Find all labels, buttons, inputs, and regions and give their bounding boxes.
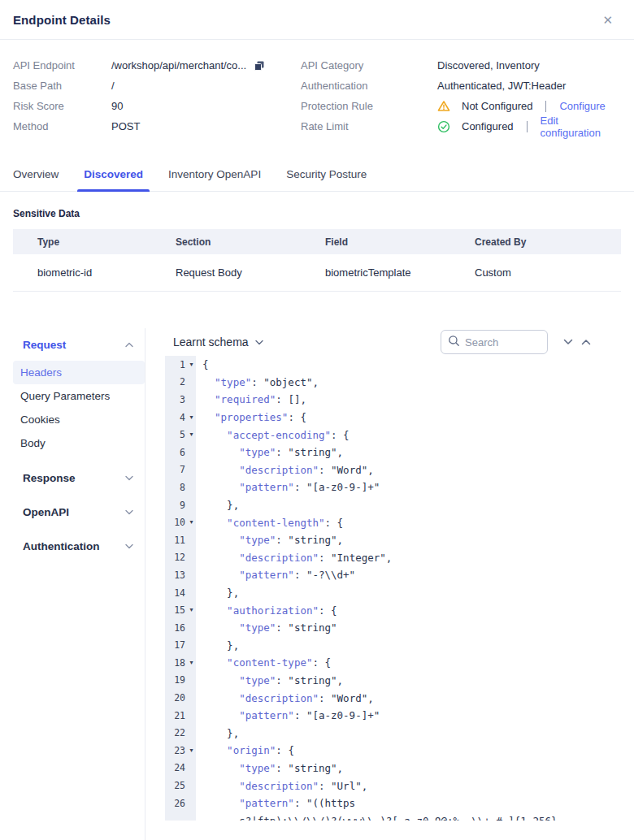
sidebar-item-body[interactable]: Body [13, 431, 145, 455]
json-token: }, [202, 587, 239, 599]
code-line: 4▾ "properties": { [165, 409, 634, 426]
schema-sidebar: RequestHeadersQuery ParametersCookiesBod… [0, 328, 145, 840]
fold-toggle-icon[interactable]: ▾ [187, 519, 196, 526]
line-number: 5 [165, 429, 187, 440]
code-line: 24 "type": "string", [165, 760, 634, 777]
code-line: 7 "description": "Word", [165, 461, 634, 479]
line-number: 10 [165, 517, 187, 528]
tab-security-posture[interactable]: Security Posture [286, 168, 367, 191]
expand-all-button[interactable] [577, 333, 595, 351]
sidebar-group-openapi[interactable]: OpenAPI [13, 500, 145, 523]
fold-toggle-icon[interactable]: ▾ [187, 414, 196, 421]
line-number: 19 [165, 674, 187, 686]
schema-explorer: RequestHeadersQuery ParametersCookiesBod… [0, 328, 634, 840]
code-line: 17 }, [165, 637, 634, 655]
detail-value-text: Discovered, Inventory [437, 59, 540, 71]
code-text: "type": "string", [196, 672, 343, 690]
detail-row-method: MethodPOST [13, 116, 301, 136]
json-token [202, 797, 239, 809]
line-number: 3 [165, 394, 187, 405]
code-line: 6 "type": "string", [165, 444, 634, 461]
divider [545, 101, 546, 112]
sidebar-group-items: HeadersQuery ParametersCookiesBody [0, 361, 145, 455]
fold-toggle-icon[interactable]: ▾ [187, 607, 196, 613]
tab-discovered[interactable]: Discovered [84, 168, 143, 191]
code-text: "pattern": "-?\\d+" [196, 566, 355, 584]
json-token: : "Word", [319, 464, 374, 476]
line-number: 21 [165, 710, 187, 721]
tab-overview[interactable]: Overview [13, 168, 59, 191]
line-number: 1 [165, 359, 187, 370]
json-token: : { [331, 429, 350, 441]
code-text: "pattern": "[a-z0-9-]+" [196, 707, 380, 725]
schema-source-select[interactable]: Learnt schema [173, 336, 263, 349]
json-token [202, 621, 239, 634]
column-header: Field [325, 236, 475, 248]
detail-row-api-endpoint: API Endpoint/workshop/api/merchant/co... [13, 55, 301, 76]
close-icon[interactable]: ✕ [602, 14, 613, 26]
json-token [202, 411, 215, 423]
code-line: 26 "pattern": "((https [165, 795, 634, 812]
detail-row-risk-score: Risk Score90 [13, 96, 301, 116]
column-header: Type [13, 236, 176, 248]
json-key: "required" [215, 393, 276, 405]
collapse-all-button[interactable] [559, 333, 577, 351]
sidebar-group-label: Request [23, 339, 66, 351]
configure-link[interactable]: Configure [559, 100, 605, 112]
copy-icon[interactable] [254, 60, 265, 71]
code-gutter: 12 [165, 549, 196, 567]
page-title: Endpoint Details [13, 13, 111, 27]
sidebar-item-query-parameters[interactable]: Query Parameters [13, 384, 145, 408]
schema-code-panel: Learnt schema [145, 328, 634, 840]
fold-toggle-icon[interactable]: ▾ [187, 747, 196, 754]
fold-toggle-icon[interactable]: ▾ [187, 431, 196, 438]
code-line: 19 "type": "string", [165, 672, 634, 690]
fold-toggle-icon[interactable]: ▾ [187, 362, 196, 368]
json-key: "type" [239, 621, 276, 634]
search-input[interactable] [465, 336, 535, 349]
detail-value-text: Authenticated, JWT:Header [437, 80, 566, 92]
fold-toggle-icon[interactable]: ▾ [187, 660, 196, 666]
line-number: 13 [165, 569, 187, 581]
line-number: 23 [165, 745, 187, 756]
sidebar-group-request[interactable]: Request [13, 333, 145, 356]
json-key: "accept-encoding" [227, 429, 331, 441]
schema-search[interactable] [441, 330, 548, 354]
sidebar-group-response[interactable]: Response [13, 466, 145, 489]
json-token: : { [312, 656, 331, 669]
detail-value: 90 [111, 100, 123, 112]
json-token [202, 692, 239, 704]
sidebar-item-cookies[interactable]: Cookies [13, 408, 145, 431]
edit-configuration-link[interactable]: Edit configuration [541, 115, 614, 139]
chevron-down-icon [125, 509, 133, 515]
code-gutter: 23▾ [165, 742, 196, 760]
json-key: "authorization" [227, 604, 319, 617]
json-token: : "((https [294, 797, 355, 809]
code-text: "type": "string", [196, 531, 343, 549]
sidebar-item-headers[interactable]: Headers [13, 361, 145, 384]
summary-right-column: API CategoryDiscovered, InventoryAuthent… [301, 55, 614, 136]
json-key: "pattern" [239, 797, 294, 809]
schema-code-viewer[interactable]: 1▾{2 "type": "object",3 "required": [],4… [165, 356, 634, 821]
code-line: 3 "required": [], [165, 391, 634, 409]
detail-label: Risk Score [13, 100, 111, 112]
sensitive-data-section: Sensitive Data TypeSectionFieldCreated B… [0, 192, 634, 292]
detail-value: Authenticated, JWT:Header [437, 80, 566, 92]
code-text: "description": "Word", [196, 461, 374, 479]
json-key: "description" [239, 780, 319, 792]
detail-label: Method [13, 120, 111, 132]
json-token [202, 552, 239, 564]
sidebar-group-label: OpenAPI [23, 506, 69, 518]
json-token [202, 569, 239, 581]
line-number: 16 [165, 622, 187, 634]
code-text: "authorization": { [196, 601, 337, 619]
code-gutter: 25 [165, 777, 196, 795]
tab-bar: OverviewDiscoveredInventory OpenAPISecur… [0, 162, 634, 192]
sidebar-group-authentication[interactable]: Authentication [13, 535, 145, 557]
code-gutter: 9 [165, 496, 196, 514]
tab-inventory-openapi[interactable]: Inventory OpenAPI [168, 168, 261, 191]
detail-row-base-path: Base Path/ [13, 76, 301, 96]
code-text: "properties": { [196, 409, 306, 426]
endpoint-summary: API Endpoint/workshop/api/merchant/co...… [0, 40, 634, 136]
json-token [202, 534, 239, 546]
